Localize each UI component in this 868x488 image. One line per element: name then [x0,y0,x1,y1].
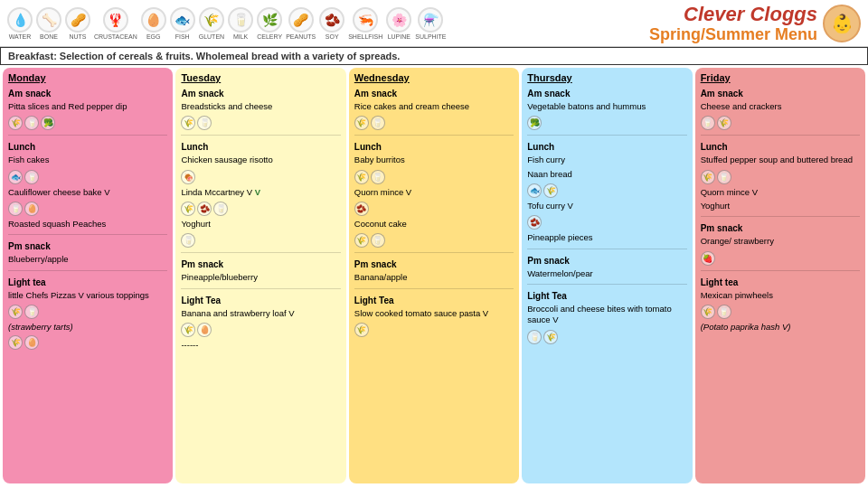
tuesday-lt-label: Light Tea [181,296,340,305]
thursday-am-text: Vegetable batons and hummus [527,101,686,112]
tuesday-lt-icons: 🌾 🥚 [181,323,340,337]
icon-milk15: 🥛 [717,305,731,319]
friday-lt-icons: 🌾 🥛 [701,305,860,319]
tuesday-extra1: Linda Mccartney V V [181,187,340,198]
icon-wheat2: 🌾 [8,305,23,319]
friday-pm-label: Pm snack [701,223,860,233]
wednesday-extra1-icons: 🫘 [354,202,514,216]
tuesday-lunch-icons: 🍖 [181,170,340,184]
thursday-pm-label: Pm snack [527,256,686,266]
icon-milk12: 🥛 [527,330,542,344]
tuesday-lt-extra: ------ [181,340,340,351]
icon-soy3: 🫘 [354,202,369,216]
breakfast-bar: Breakfast: Selection of cereals & fruits… [0,47,868,65]
icon-soy: 🫘 SOY [319,7,344,40]
monday-pm-text: Blueberry/apple [8,254,167,265]
icon-gluten: 🌾 GLUTEN [199,7,224,40]
monday-column: Monday Am snack Pitta slices and Red pep… [3,68,173,483]
wednesday-lt-text: Slow cooked tomato sauce pasta V [354,308,514,319]
tuesday-am-text: Breadsticks and cheese [181,101,340,112]
monday-lt-icons: 🌾 🥛 [8,305,167,319]
tuesday-pm-text: Pineapple/blueberry [181,272,340,283]
icon-lupine: 🌸 LUPINE [386,7,411,40]
icon-egg4: 🥚 [197,323,212,337]
monday-lunch-label: Lunch [8,142,167,152]
icon-wheat13: 🌾 [701,170,715,184]
icon-wheat3: 🌾 [181,116,195,130]
icon-wheat8: 🌾 [354,233,369,248]
wednesday-lunch-label: Lunch [354,142,514,152]
thursday-lunch-text2: Naan bread [527,169,686,180]
thursday-lunch-icons: 🐟 🌾 [527,183,686,198]
friday-lt-label: Light tea [701,277,860,287]
icon-milk: 🥛 MILK [228,7,253,40]
thursday-lunch-label: Lunch [527,142,686,152]
tuesday-yoghurt-icons: 🥛 [181,233,340,248]
icon-shellfish: 🦐 SHELLFISH [348,7,382,40]
icon-milk14: 🥛 [717,170,731,184]
friday-lunch-icons: 🌾 🥛 [701,170,860,184]
friday-header: Friday [701,72,860,83]
icon-wheat: 🌾 [8,116,23,130]
thursday-am-icons: 🥦 [527,116,686,130]
wednesday-am-text: Rice cakes and cream cheese [354,101,514,112]
tuesday-lt-text: Banana and strawberry loaf V [181,308,340,319]
icon-egg2: 🥚 [24,202,39,216]
friday-lt-extra: (Potato paprika hash V) [701,322,860,332]
monday-extra2: Roasted squash Peaches [8,219,167,230]
icon-celery: 🌿 CELERY [257,7,282,40]
friday-pm-icons: 🍓 [701,251,860,266]
tuesday-pm-label: Pm snack [181,259,340,269]
icon-wheat5: 🌾 [181,323,195,337]
brand-text: Clever Cloggs Spring/Summer Menu [649,5,817,42]
icon-egg: 🥚 EGG [141,7,166,40]
food-icons-row: 💧 WATER 🦴 BONE 🥜 NUTS 🦞 CRUSTACEAN 🥚 EGG… [7,7,649,40]
wednesday-column: Wednesday Am snack Rice cakes and cream … [349,68,519,483]
thursday-pm-text: Watermelon/pear [527,268,686,279]
icon-milk3: 🥛 [24,170,39,184]
icon-wheat6: 🌾 [354,116,369,130]
friday-lunch-text: Stuffed pepper soup and buttered bread [701,155,860,165]
icon-milk2: 🥛 [24,116,39,130]
icon-fruit: 🍓 [701,251,715,266]
icon-peanuts: 🥜 PEANUTS [286,7,316,40]
thursday-lt-icons: 🥛 🌾 [527,330,686,344]
wednesday-am-label: Am snack [354,89,514,99]
wednesday-am-icons: 🌾 🥛 [354,116,514,130]
monday-pm-label: Pm snack [8,241,167,251]
icon-milk8: 🥛 [181,233,195,248]
friday-column: Friday Am snack Cheese and crackers 🥛 🌾 … [695,68,865,483]
monday-extra1: Cauliflower cheese bake V [8,187,167,198]
friday-am-text: Cheese and crackers [701,101,860,112]
tuesday-yoghurt: Yoghurt [181,219,340,230]
thursday-lunch-text1: Fish curry [527,155,686,165]
friday-pm-text: Orange/ strawberry [701,236,860,247]
tuesday-header: Tuesday [181,72,340,83]
brand-area: Clever Cloggs Spring/Summer Menu 👶 [649,5,861,42]
icon-wheat11: 🌾 [543,330,558,344]
monday-header: Monday [8,72,167,83]
friday-am-icons: 🥛 🌾 [701,116,860,130]
icon-egg3: 🥚 [24,335,39,350]
icon-veg: 🥦 [41,116,55,130]
icon-wheat14: 🌾 [701,305,715,319]
icon-milk9: 🥛 [371,116,385,130]
icon-milk13: 🥛 [701,116,715,130]
wednesday-pm-text: Banana/apple [354,272,514,283]
tuesday-lunch-text: Chicken sausage risotto [181,155,340,165]
days-grid: Monday Am snack Pitta slices and Red pep… [0,65,868,486]
icon-meat: 🍖 [181,170,195,184]
icon-fish: 🐟 FISH [170,7,195,40]
monday-lt-text: little Chefs Pizzas V various toppings [8,290,167,301]
thursday-am-label: Am snack [527,89,686,99]
friday-lt-text: Mexican pinwheels [701,290,860,301]
icon-sulphite: ⚗️ SULPHITE [415,7,446,40]
thursday-column: Thursday Am snack Vegetable batons and h… [522,68,692,483]
tuesday-am-icons: 🌾 🥛 [181,116,340,130]
icon-wheat9: 🌾 [354,323,369,337]
thursday-extra1-icons: 🫘 [527,215,686,230]
wednesday-lt-label: Light Tea [354,296,514,305]
tuesday-lunch-label: Lunch [181,142,340,152]
icon-fish2: 🐟 [8,170,23,184]
icon-milk4: 🥛 [8,202,23,216]
